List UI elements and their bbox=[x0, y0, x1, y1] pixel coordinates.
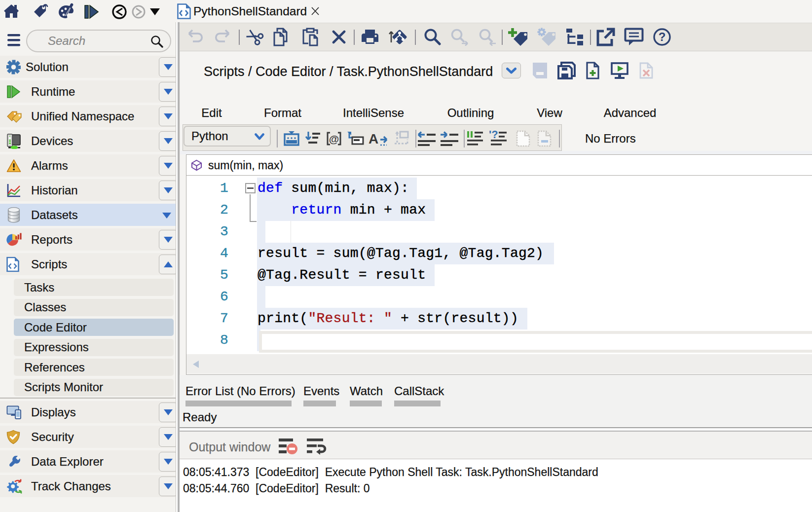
svg-text:'?: '? bbox=[489, 130, 498, 141]
svg-text:@: @ bbox=[329, 133, 339, 145]
svg-text:A: A bbox=[369, 131, 378, 146]
svg-text:?: ? bbox=[659, 30, 666, 43]
